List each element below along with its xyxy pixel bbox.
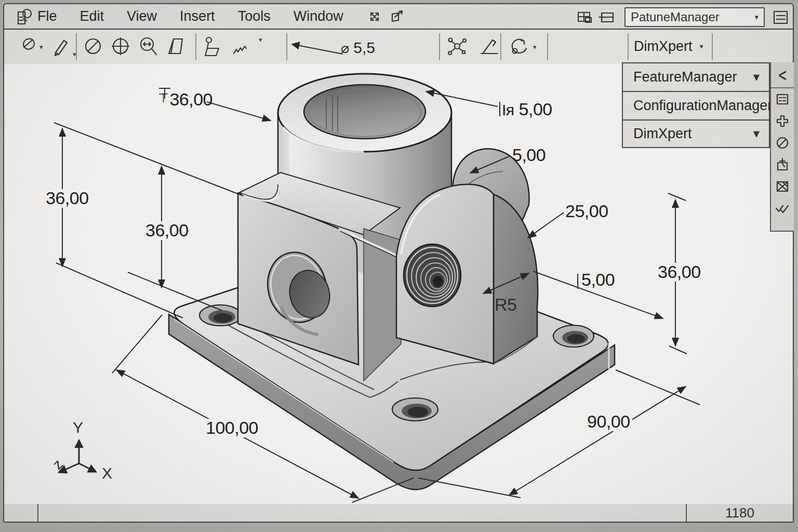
add-pane-icon[interactable] [597,9,615,25]
add-body-icon[interactable] [775,157,790,172]
bolt-hole-front[interactable] [392,398,438,421]
application-window: Fle Edit View Insert Tools Window Patun [0,0,798,532]
no-entry-tool-button[interactable] [83,36,103,57]
toolbar-separator [500,33,501,60]
tab-configuration-manager[interactable]: ConfigurationManager ▼ [622,91,770,119]
mate-tool-button[interactable] [446,36,469,58]
command-toolbar: ▾ ▾ ▾ [4,30,793,65]
menu-bar: Fle Edit View Insert Tools Window Patun [4,4,793,30]
chevron-down-icon: ▾ [39,43,43,51]
toolbar-separator [628,33,629,60]
dim-base-length[interactable]: 100,00 [204,419,260,437]
manager-selector-dropdown[interactable]: PatuneManager ▾ [624,7,765,27]
triad-y-label: Y [73,419,83,436]
properties-icon[interactable] [775,92,790,107]
chevron-down-icon: ▼ [753,129,760,139]
menu-view[interactable]: View [127,8,157,24]
annotation-scribble-button[interactable]: ▾ [232,40,262,58]
dim-lug-depth[interactable]: 5,00 [581,271,615,289]
dimension-readout: ⌀ 5,5 [341,39,375,57]
dim-fillet-radius[interactable]: R5 [495,296,516,314]
chevron-down-icon: ▾ [700,42,703,50]
status-bar: 1180 [4,504,793,522]
manager-selector-value: PatuneManager [631,10,720,24]
chevron-down-icon: ▾ [259,36,262,44]
status-cell-middle [38,504,686,522]
dim-top-hole[interactable]: Iя 5,00 [502,100,552,119]
dim-boss-height[interactable]: ⊤36,00 [158,90,212,109]
diameter-icon: ⌀ [341,40,349,56]
tab-dimxpert[interactable]: DimXpert ▼ [622,119,770,148]
sketch-button[interactable]: ▾ [52,36,76,58]
crosshair-tool-button[interactable] [111,36,130,57]
chevron-down-icon: ▾ [754,12,759,22]
bolt-hole-left[interactable] [200,305,241,326]
toolbar-separator [76,33,77,60]
display-pane-icon[interactable] [772,9,789,25]
menu-edit[interactable]: Edit [80,8,104,24]
status-cell-value: 1180 [686,504,793,522]
dimxpert-toolbar-dropdown[interactable]: DimXpert ▾ [634,30,712,63]
status-cell-left [4,504,38,522]
dim-base-width[interactable]: 90,00 [585,413,632,431]
measure-angle-button[interactable] [478,36,500,58]
plane-tool-button[interactable] [166,36,186,57]
no-entry-icon[interactable] [775,136,790,150]
zoom-area-button[interactable] [138,36,159,58]
toolbar-separator [712,33,713,60]
export-view-icon[interactable] [388,8,405,25]
menu-insert[interactable]: Insert [180,8,215,24]
menubar-right-group: PatuneManager ▾ [576,4,793,30]
add-icon[interactable] [775,114,790,128]
status-value: 1180 [725,505,754,521]
app-logo-icon[interactable] [15,7,32,26]
task-pane-strip: < [770,62,794,232]
toolbar-separator [547,33,548,60]
triad-x-label: X [102,464,112,482]
menu-tools[interactable]: Tools [238,8,271,24]
pin-dimension-button[interactable] [203,36,224,59]
bolt-hole-right[interactable] [553,325,594,347]
dim-back-lug[interactable]: 5,00 [512,146,546,165]
menu-file[interactable]: Fle [37,8,57,24]
manager-panel: FeatureManager ▼ ConfigurationManager ▼ … [622,62,770,148]
smart-dimension-button[interactable]: ▾ [19,36,43,57]
dimension-readout-value: 5,5 [353,39,375,57]
chevron-down-icon: ▾ [533,43,537,51]
split-view-icon[interactable] [576,9,593,25]
collapse-panel-button[interactable]: < [778,57,787,92]
toolbar-separator [439,33,440,60]
dim-height-left-outer[interactable]: 36,00 [44,189,91,208]
dim-height-left-inner[interactable]: 36,00 [143,221,191,240]
dim-lug-width[interactable]: 25,00 [565,202,608,221]
move-view-icon[interactable] [366,8,383,25]
dim-height-right[interactable]: 36,00 [656,263,703,282]
double-check-icon[interactable] [775,201,790,215]
menu-window[interactable]: Window [294,8,343,24]
rotate-view-button[interactable]: ▾ [507,36,537,59]
delete-body-icon[interactable] [775,179,790,194]
toolbar-separator [195,33,196,60]
dimxpert-label: DimXpert [634,38,693,55]
tab-feature-manager[interactable]: FeatureManager ▼ [622,62,770,91]
chevron-down-icon: ▼ [753,72,760,82]
